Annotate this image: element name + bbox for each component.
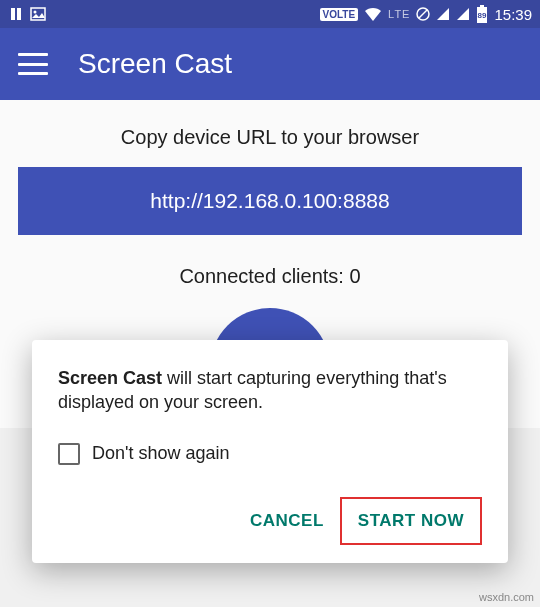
status-time: 15:39 [494,6,532,23]
signal-icon [436,7,450,21]
wifi-icon [364,7,382,21]
lte-label: LTE [388,8,410,20]
volte-badge: VOLTE [320,8,359,21]
cancel-button[interactable]: CANCEL [234,497,340,545]
status-bar: VOLTE LTE 89 15:39 [0,0,540,28]
svg-point-3 [34,11,37,14]
pause-icon [8,6,24,22]
svg-rect-6 [480,5,484,7]
dialog-app-name: Screen Cast [58,368,162,388]
image-icon [30,6,46,22]
signal-icon-2 [456,7,470,21]
svg-rect-1 [17,8,21,20]
url-display: http://192.168.0.100:8888 [18,167,522,235]
svg-rect-0 [11,8,15,20]
watermark: wsxdn.com [479,591,534,603]
app-bar: Screen Cast [0,28,540,100]
svg-line-5 [419,10,427,18]
start-now-button[interactable]: START NOW [340,497,482,545]
svg-text:89: 89 [478,11,487,20]
svg-rect-2 [31,8,45,20]
battery-icon: 89 [476,5,488,23]
app-title: Screen Cast [78,48,232,80]
instruction-text: Copy device URL to your browser [18,126,522,149]
dont-show-label: Don't show again [92,443,230,464]
clients-count: Connected clients: 0 [18,265,522,288]
menu-icon[interactable] [18,53,48,75]
dialog-message: Screen Cast will start capturing everyth… [58,366,482,415]
no-data-icon [416,7,430,21]
capture-dialog: Screen Cast will start capturing everyth… [32,340,508,563]
dont-show-row[interactable]: Don't show again [58,443,482,465]
dont-show-checkbox[interactable] [58,443,80,465]
dialog-actions: CANCEL START NOW [58,497,482,545]
